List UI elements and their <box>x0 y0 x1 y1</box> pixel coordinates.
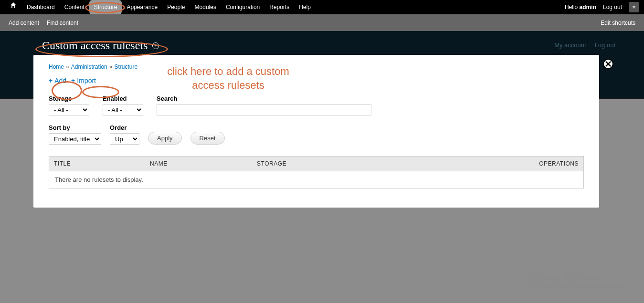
overlay-panel: Custom access rulesets + Home»Administra… <box>33 39 599 208</box>
apply-button[interactable]: Apply <box>148 132 182 145</box>
shortcut-toggle[interactable] <box>629 2 639 12</box>
toolbar-left: Dashboard Content Structure Appearance P… <box>5 0 316 14</box>
overlay-title: Custom access rulesets <box>42 39 148 52</box>
admin-toolbar: Dashboard Content Structure Appearance P… <box>0 0 644 14</box>
enabled-select[interactable]: - All - <box>103 104 143 115</box>
storage-label: Storage <box>49 95 89 102</box>
filter-sort-by: Sort by Enabled, title <box>49 124 101 145</box>
breadcrumb-admin[interactable]: Administration <box>71 63 107 70</box>
shortcut-left: Add content Find content <box>9 20 78 26</box>
overlay-title-bar: Custom access rulesets + <box>33 39 599 52</box>
search-input[interactable] <box>157 104 371 115</box>
rulesets-table: TITLE NAME STORAGE OPERATIONS There are … <box>49 156 584 188</box>
th-storage[interactable]: STORAGE <box>252 157 396 171</box>
shortcut-add-content[interactable]: Add content <box>9 20 39 26</box>
toolbar-people[interactable]: People <box>162 0 190 14</box>
annotation-text: click here to add a custom access rulese… <box>161 65 295 92</box>
close-icon <box>605 61 611 67</box>
add-shortcut-icon[interactable]: + <box>152 42 159 49</box>
filter-order: Order Up <box>110 124 139 145</box>
filter-storage: Storage - All - <box>49 95 89 115</box>
filters-row-2: Sort by Enabled, title Order Up Apply Re… <box>49 124 584 145</box>
search-label: Search <box>157 95 371 102</box>
shortcut-find-content[interactable]: Find content <box>47 20 78 26</box>
filters-row-1: Storage - All - Enabled - All - Search <box>49 95 584 115</box>
breadcrumb-structure[interactable]: Structure <box>114 63 137 70</box>
breadcrumb: Home»Administration»Structure <box>49 63 584 70</box>
logout-link[interactable]: Log out <box>603 4 622 10</box>
plus-icon: + <box>49 77 53 84</box>
sortby-select[interactable]: Enabled, title <box>49 133 101 145</box>
toolbar-structure[interactable]: Structure <box>89 0 122 14</box>
toolbar-dashboard[interactable]: Dashboard <box>22 0 60 14</box>
reset-button[interactable]: Reset <box>190 132 225 145</box>
storage-select[interactable]: - All - <box>49 104 89 115</box>
import-ruleset-link[interactable]: +Import <box>71 77 96 84</box>
toolbar-right: Hello admin Log out <box>565 2 639 12</box>
filter-enabled: Enabled - All - <box>103 95 143 115</box>
close-overlay-button[interactable] <box>603 59 613 69</box>
overlay-body: Home»Administration»Structure +Add +Impo… <box>33 55 599 208</box>
empty-message: There are no rulesets to display. <box>49 171 584 188</box>
shortcut-bar: Add content Find content Edit shortcuts <box>0 14 644 31</box>
watermark-sub: Go to Settings to activate Windows. <box>527 282 625 290</box>
toolbar-appearance[interactable]: Appearance <box>122 0 162 14</box>
filter-search: Search <box>157 95 371 115</box>
th-operations: OPERATIONS <box>396 157 583 171</box>
toolbar-configuration[interactable]: Configuration <box>221 0 264 14</box>
action-links: +Add +Import <box>49 77 584 84</box>
toolbar-modules[interactable]: Modules <box>190 0 221 14</box>
sortby-label: Sort by <box>49 124 101 131</box>
edit-shortcuts[interactable]: Edit shortcuts <box>601 20 635 26</box>
th-name[interactable]: NAME <box>145 157 252 171</box>
windows-activation-watermark: Activate Windows Go to Settings to activ… <box>527 272 625 290</box>
order-select[interactable]: Up <box>110 133 139 145</box>
chevron-down-icon <box>632 6 636 9</box>
table-header-row: TITLE NAME STORAGE OPERATIONS <box>49 157 584 171</box>
breadcrumb-home[interactable]: Home <box>49 63 64 70</box>
home-icon-link[interactable] <box>5 0 22 14</box>
toolbar-content[interactable]: Content <box>60 0 89 14</box>
toolbar-help[interactable]: Help <box>294 0 316 14</box>
table-empty-row: There are no rulesets to display. <box>49 171 584 188</box>
plus-icon: + <box>71 77 75 84</box>
enabled-label: Enabled <box>103 95 143 102</box>
home-icon <box>10 1 17 9</box>
order-label: Order <box>110 124 139 131</box>
hello-user: Hello admin <box>565 4 596 10</box>
watermark-heading: Activate Windows <box>527 272 625 282</box>
add-ruleset-link[interactable]: +Add <box>49 77 66 84</box>
toolbar-reports[interactable]: Reports <box>264 0 294 14</box>
th-title[interactable]: TITLE <box>49 157 146 171</box>
